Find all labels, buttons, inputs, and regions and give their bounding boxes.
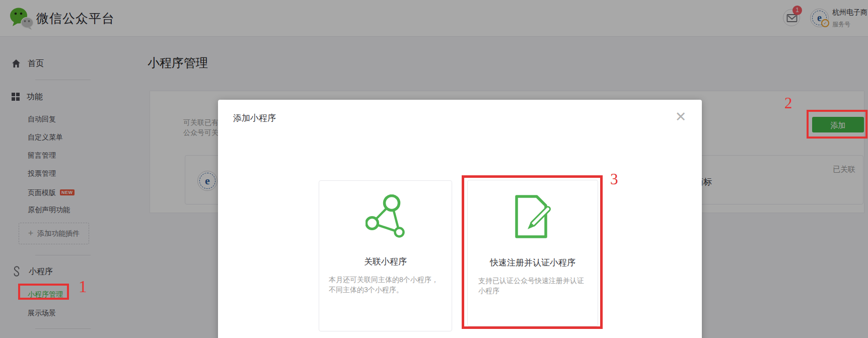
- add-miniprogram-modal: 添加小程序 ✕ 关联小程序 本月还可关联同主体的8个小程序， 不同主体: [218, 100, 702, 338]
- annotation-number-1: 1: [79, 278, 87, 295]
- annotation-number-2: 2: [784, 95, 792, 111]
- card-title: 关联小程序: [319, 256, 452, 267]
- link-nodes-icon: [366, 194, 405, 244]
- modal-title: 添加小程序: [233, 112, 276, 124]
- annotation-box-step1: [18, 284, 69, 300]
- wechat-mp-admin-screen: 微信公众平台 1 e ✓ 杭州电子商 服务号 首页: [0, 0, 868, 338]
- link-existing-card[interactable]: 关联小程序 本月还可关联同主体的8个小程序， 不同主体的3个小程序。: [319, 180, 452, 331]
- close-icon[interactable]: ✕: [673, 108, 689, 125]
- card-description: 本月还可关联同主体的8个小程序， 不同主体的3个小程序。: [329, 275, 439, 295]
- annotation-number-3: 3: [610, 171, 618, 187]
- annotation-box-step3: [462, 175, 603, 329]
- annotation-box-step2: [807, 110, 867, 139]
